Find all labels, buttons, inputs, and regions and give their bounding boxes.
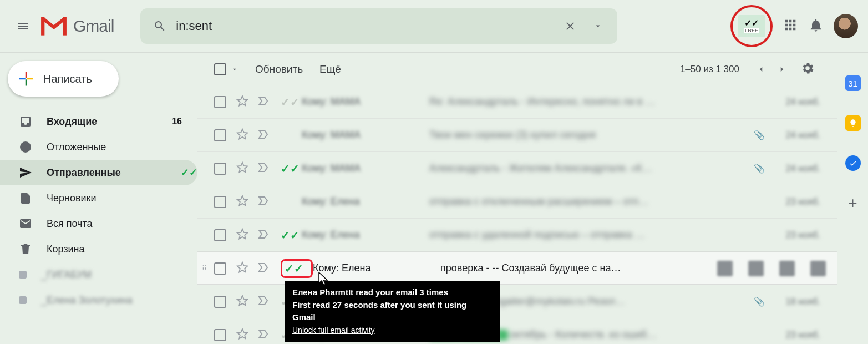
star-button[interactable] (236, 128, 248, 143)
svg-rect-4 (19, 78, 26, 80)
row-checkbox[interactable] (214, 129, 226, 141)
recipient: Кому: МАМА (302, 163, 429, 174)
attachment-icon: 📎 (754, 296, 765, 307)
read-tracking-icon[interactable]: ✓✓ (281, 95, 296, 109)
drag-handle-icon[interactable]: ⠿ (202, 265, 208, 272)
date: 24 нояб. (770, 164, 820, 174)
mark-read-button[interactable] (779, 261, 795, 276)
row-checkbox[interactable] (214, 329, 226, 341)
read-tracking-icon[interactable]: ✓✓ (281, 229, 296, 242)
sidebar-item-inbox[interactable]: Входящие16 (0, 109, 197, 134)
extension-free-badge[interactable]: ✓✓ FREE (730, 5, 773, 47)
star-button[interactable] (236, 261, 248, 276)
apps-grid-icon (783, 17, 798, 33)
hamburger-icon (16, 19, 29, 33)
google-apps-button[interactable] (783, 17, 798, 35)
sidebar-label[interactable]: _Елена Золотухина (0, 287, 197, 313)
select-all-caret[interactable] (231, 65, 238, 73)
compose-plus-icon (18, 70, 34, 87)
search-bar (140, 8, 617, 44)
account-avatar[interactable] (834, 14, 858, 38)
sidebar-item-clock[interactable]: Отложенные (0, 134, 197, 160)
importance-marker[interactable] (257, 128, 271, 143)
read-tracking-icon[interactable]: ✓✓ (285, 262, 303, 275)
refresh-button[interactable]: Обновить (255, 63, 303, 75)
email-row[interactable]: ⠿✓✓Кому: МАМАRe: Александрталь - Интерес… (197, 85, 837, 119)
sidebar-item-file[interactable]: Черновики (0, 185, 197, 211)
search-clear-button[interactable] (556, 12, 584, 40)
email-row[interactable]: ⠿Кому: МАМАТвои мен сережки (3) купил се… (197, 119, 837, 152)
label-color-dot (19, 271, 27, 279)
row-checkbox[interactable] (214, 296, 226, 308)
sidebar-item-count: 16 (172, 117, 182, 127)
importance-marker[interactable] (257, 227, 271, 243)
mail-icon (19, 217, 32, 230)
pagination-next-button[interactable] (771, 59, 793, 80)
tasks-app-button[interactable] (845, 155, 861, 171)
svg-rect-3 (26, 79, 27, 85)
search-icon[interactable] (146, 12, 174, 40)
star-button[interactable] (236, 328, 248, 342)
importance-marker[interactable] (257, 161, 271, 176)
star-button[interactable] (236, 295, 248, 309)
sidebar: Написать Входящие16ОтложенныеОтправленны… (0, 53, 197, 344)
row-checkbox[interactable] (214, 262, 226, 275)
snooze-button[interactable] (810, 261, 826, 276)
email-row[interactable]: ⠿✓✓Кому: МАМААлександрталь - Жителям Але… (197, 152, 837, 185)
row-checkbox[interactable] (214, 96, 226, 108)
pagination-prev-button[interactable] (750, 59, 771, 80)
clock-icon (19, 140, 32, 154)
select-all-checkbox[interactable] (214, 63, 226, 75)
bell-icon (808, 17, 824, 33)
importance-marker[interactable] (257, 294, 271, 310)
archive-button[interactable] (717, 261, 733, 276)
importance-marker[interactable] (257, 327, 271, 343)
recipient: Кому: МАМА (302, 129, 429, 141)
read-tracking-icon[interactable]: ✓✓ (281, 162, 296, 175)
row-checkbox[interactable] (214, 229, 226, 241)
star-button[interactable] (236, 161, 248, 176)
more-button[interactable]: Ещё (319, 63, 341, 75)
notifications-button[interactable] (808, 17, 824, 35)
importance-marker[interactable] (257, 261, 271, 276)
sidebar-item-trash[interactable]: Корзина (0, 236, 197, 262)
get-addons-button[interactable]: + (845, 195, 861, 211)
date: 18 нояб. (770, 297, 820, 307)
settings-button[interactable] (793, 61, 815, 78)
tooltip-line-1: Елена PharmtIt read your email 3 times (292, 287, 448, 297)
date: 24 нояб. (770, 97, 820, 107)
bulb-icon (849, 119, 857, 128)
keep-app-button[interactable] (845, 115, 861, 131)
svg-rect-1 (63, 17, 67, 35)
star-button[interactable] (236, 195, 248, 209)
compose-label: Написать (43, 73, 92, 85)
attachment-icon: 📎 (754, 130, 765, 140)
sidebar-item-send[interactable]: Отправленные✓✓ (0, 160, 197, 185)
row-checkbox[interactable] (214, 163, 226, 175)
delete-button[interactable] (748, 261, 764, 276)
search-options-button[interactable] (584, 12, 612, 40)
extension-free-label: FREE (744, 28, 759, 33)
sidebar-item-mail[interactable]: Вся почта (0, 211, 197, 236)
importance-marker[interactable] (257, 94, 271, 110)
attachment-icon: 📎 (754, 163, 765, 174)
email-row[interactable]: ⠿Кому: Еленаотправка с отключенным расши… (197, 185, 837, 219)
star-button[interactable] (236, 95, 248, 109)
hamburger-menu-button[interactable] (10, 13, 35, 39)
email-row[interactable]: ⠿✓✓Кому: Еленапроверка - -- Создавай буд… (197, 252, 837, 285)
row-checkbox[interactable] (214, 196, 226, 208)
importance-marker[interactable] (257, 194, 271, 210)
subject: Твои мен сережки (3) купил сегодня (429, 129, 754, 141)
calendar-app-button[interactable]: 31 (845, 75, 861, 91)
sidebar-label[interactable]: _ГИГАБУМ (0, 262, 197, 287)
email-row[interactable]: ⠿✓✓Кому: Еленаотправка с удаленной подпи… (197, 219, 837, 252)
sidebar-item-label: Черновики (47, 193, 197, 204)
double-check-icon: ✓✓ (181, 166, 197, 179)
gmail-logo[interactable]: Gmail (40, 16, 114, 37)
double-check-icon: ✓✓ (744, 19, 759, 28)
compose-button[interactable]: Написать (8, 61, 119, 97)
sidebar-item-label: Отправленные (47, 167, 177, 179)
tooltip-unlock-link[interactable]: Unlock full email activity (292, 326, 375, 335)
search-input[interactable] (174, 19, 556, 33)
star-button[interactable] (236, 228, 248, 242)
